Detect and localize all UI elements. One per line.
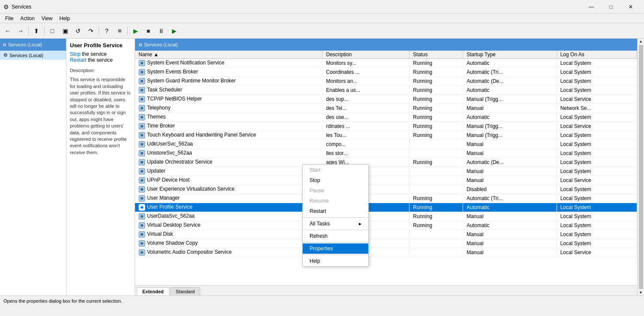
service-desc-cell: Enables a us... xyxy=(322,86,409,95)
col-name[interactable]: Name ▲ xyxy=(135,51,322,59)
context-menu-item-label: Refresh xyxy=(310,233,328,239)
svg-point-3 xyxy=(141,71,143,73)
context-menu-item-all-tasks[interactable]: All Tasks▶ xyxy=(303,219,368,229)
restart-text: the service xyxy=(87,57,113,63)
table-row[interactable]: Task SchedulerEnables a us...RunningAuto… xyxy=(135,86,637,95)
table-row[interactable]: Volume Shadow CopyManages an...ManualLoc… xyxy=(135,239,637,248)
service-name-cell: Telephony xyxy=(135,104,322,113)
maximize-button[interactable]: □ xyxy=(601,0,621,14)
table-row[interactable]: User ManagerManag...RunningAutomatic (Tr… xyxy=(135,194,637,203)
service-startup-cell: Manual xyxy=(463,167,557,176)
service-name-cell: Time Broker xyxy=(135,122,322,131)
context-menu-item-start: Start xyxy=(303,165,368,175)
menu-action[interactable]: Action xyxy=(17,15,38,22)
service-desc-cell: les Tou... xyxy=(322,131,409,140)
table-row[interactable]: Virtual DiskProvides ma...ManualLocal Sy… xyxy=(135,230,637,239)
table-row[interactable]: UnistoreSvc_562aalles stor...ManualLocal… xyxy=(135,149,637,158)
service-status-cell xyxy=(409,239,463,248)
tab-extended[interactable]: Extended xyxy=(137,287,169,295)
table-row[interactable]: Touch Keyboard and Handwriting Panel Ser… xyxy=(135,131,637,140)
service-name-label: Telephony xyxy=(147,105,171,111)
service-status-cell: Running xyxy=(409,104,463,113)
service-name-cell: Touch Keyboard and Handwriting Panel Ser… xyxy=(135,131,322,140)
table-row[interactable]: Update Orchestrator Serviceages Wi...Run… xyxy=(135,158,637,167)
context-menu-item-help[interactable]: Help xyxy=(303,256,368,266)
menu-help[interactable]: Help xyxy=(56,15,74,22)
table-row[interactable]: System Guard Runtime Monitor BrokerMonit… xyxy=(135,77,637,86)
context-menu-item-stop[interactable]: Stop xyxy=(303,175,368,185)
services-table[interactable]: Name ▲ Description Status Startup Type L… xyxy=(135,51,637,285)
properties-button[interactable]: ▣ xyxy=(59,25,71,37)
svg-point-21 xyxy=(141,152,143,155)
forward-button[interactable]: → xyxy=(15,25,27,37)
context-menu-item-pause: Pause xyxy=(303,185,368,196)
service-status-cell: Running xyxy=(409,221,463,230)
services-panel-icon: ⚙ xyxy=(138,43,142,47)
svg-point-15 xyxy=(141,125,143,128)
minimize-button[interactable]: — xyxy=(581,0,601,14)
context-menu-item-properties[interactable]: Properties xyxy=(303,243,368,254)
restart-service-button[interactable]: ▶ xyxy=(168,25,180,37)
service-desc-cell: des use... xyxy=(322,113,409,122)
service-name-cell: TCP/IP NetBIOS Helper xyxy=(135,95,322,104)
table-row[interactable]: User Experience Virtualization Servicede… xyxy=(135,185,637,194)
pause-service-button[interactable]: ⏸ xyxy=(155,25,167,37)
table-row[interactable]: Volumetric Audio Compositor ServiceHosts… xyxy=(135,248,637,257)
table-row[interactable]: User Profile ServiceThis service i...Run… xyxy=(135,203,637,212)
context-menu-item-refresh[interactable]: Refresh xyxy=(303,231,368,241)
close-button[interactable]: ✕ xyxy=(621,0,641,14)
service-status-cell: Running xyxy=(409,95,463,104)
show-hide-button[interactable]: □ xyxy=(46,25,58,37)
table-row[interactable]: Virtual Desktop ServiceProvides bac...Ru… xyxy=(135,221,637,230)
service-status-cell: Running xyxy=(409,122,463,131)
stop-service-link[interactable]: Stop xyxy=(70,51,81,57)
table-row[interactable]: UPnP Device Hosts UPnP ...ManualLocal Se… xyxy=(135,176,637,185)
up-button[interactable]: ⬆ xyxy=(30,25,42,37)
col-description[interactable]: Description xyxy=(322,51,409,59)
svg-point-35 xyxy=(141,215,143,218)
col-status[interactable]: Status xyxy=(409,51,463,59)
table-row[interactable]: System Event Notification ServiceMonitor… xyxy=(135,59,637,68)
table-row[interactable]: Telephonydes Tel...RunningManualNetwork … xyxy=(135,104,637,113)
scroll-up-btn[interactable]: ▲ xyxy=(638,39,644,44)
context-menu-item-restart[interactable]: Restart xyxy=(303,206,368,216)
service-logon-cell: Local System xyxy=(557,158,637,167)
service-name-cell: UdkUserSvc_562aa xyxy=(135,140,322,149)
col-logon[interactable]: Log On As xyxy=(557,51,637,59)
service-startup-cell: Manual xyxy=(463,149,557,158)
service-startup-cell: Automatic xyxy=(463,86,557,95)
export-button[interactable]: ↷ xyxy=(85,25,97,37)
svg-point-13 xyxy=(141,116,143,118)
service-startup-cell: Manual xyxy=(463,212,557,221)
sidebar-item-services-local[interactable]: ⚙ Services (Local) xyxy=(0,51,66,60)
service-startup-cell: Manual (Trigg... xyxy=(463,95,557,104)
back-button[interactable]: ← xyxy=(2,25,14,37)
stop-service-button[interactable]: ■ xyxy=(142,25,154,37)
service-logon-cell: Local System xyxy=(557,131,637,140)
table-row[interactable]: TCP/IP NetBIOS Helperdes sup...RunningMa… xyxy=(135,95,637,104)
table-row[interactable]: System Events BrokerCoordinates ...Runni… xyxy=(135,68,637,77)
restart-service-link[interactable]: Restart xyxy=(70,57,87,63)
service-startup-cell: Manual xyxy=(463,104,557,113)
refresh-button[interactable]: ↺ xyxy=(72,25,84,37)
table-row[interactable]: Updaterter Sup...ManualLocal System xyxy=(135,167,637,176)
scrollbar-right[interactable]: ▲ ▼ xyxy=(637,39,644,295)
menu-view[interactable]: View xyxy=(38,15,56,22)
scroll-down-btn[interactable]: ▼ xyxy=(638,290,644,295)
help-button[interactable]: ? xyxy=(101,25,113,37)
table-row[interactable]: Time Brokerrdinates ...RunningManual (Tr… xyxy=(135,122,637,131)
context-menu-item-label: Restart xyxy=(310,208,326,214)
menu-file[interactable]: File xyxy=(2,15,17,22)
nav-tree-icon: ⚙ xyxy=(3,43,6,47)
context-menu-separator xyxy=(303,217,368,218)
service-startup-cell: Manual (Trigg... xyxy=(463,122,557,131)
service-name-label: Virtual Desktop Service xyxy=(147,222,201,228)
tab-standard[interactable]: Standard xyxy=(170,287,201,295)
svg-point-27 xyxy=(141,179,143,182)
grid-button[interactable]: ⊞ xyxy=(114,25,126,37)
table-row[interactable]: UserDataSvc_562aaProvides ap...RunningMa… xyxy=(135,212,637,221)
start-service-button[interactable]: ▶ xyxy=(129,25,141,37)
table-row[interactable]: UdkUserSvc_562aacompo...ManualLocal Syst… xyxy=(135,140,637,149)
table-row[interactable]: Themesdes use...RunningAutomaticLocal Sy… xyxy=(135,113,637,122)
col-startup-type[interactable]: Startup Type xyxy=(463,51,557,59)
